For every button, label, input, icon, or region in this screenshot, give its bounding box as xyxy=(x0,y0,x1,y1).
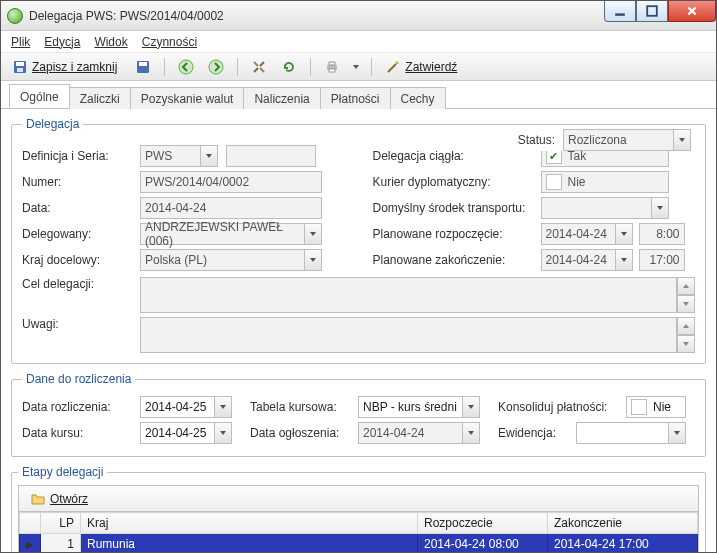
approve-button[interactable]: Zatwierdź xyxy=(380,56,466,78)
chevron-down-icon[interactable] xyxy=(462,396,480,418)
tab-platnosci[interactable]: Płatności xyxy=(320,87,391,109)
svg-rect-3 xyxy=(16,62,24,66)
col-lp[interactable]: LP xyxy=(41,513,81,534)
data-kursu-combo[interactable]: 2014-04-25 xyxy=(140,422,232,444)
plan-zak-date[interactable]: 2014-04-24 xyxy=(541,249,633,271)
group-dane-legend: Dane do rozliczenia xyxy=(22,372,135,386)
col-roz[interactable]: Rozpoczecie xyxy=(418,513,548,534)
uwagi-field[interactable] xyxy=(140,317,695,353)
scroll-down-icon[interactable] xyxy=(677,335,695,353)
chevron-down-icon[interactable] xyxy=(462,422,480,444)
plan-zak-time[interactable]: 17:00 xyxy=(639,249,685,271)
status-area: Status: Rozliczona xyxy=(514,129,695,151)
tab-cechy[interactable]: Cechy xyxy=(390,87,446,109)
print-dropdown[interactable] xyxy=(349,57,363,77)
nav-back-button[interactable] xyxy=(173,56,199,78)
refresh-icon xyxy=(281,59,297,75)
app-icon xyxy=(7,8,23,24)
checkbox-icon[interactable] xyxy=(631,399,647,415)
seria-field[interactable] xyxy=(226,145,316,167)
col-zak[interactable]: Zakonczenie xyxy=(548,513,698,534)
plan-roz-label: Planowane rozpoczęcie: xyxy=(373,227,533,241)
plan-roz-time[interactable]: 8:00 xyxy=(639,223,685,245)
close-button[interactable] xyxy=(668,1,716,22)
data-label: Data: xyxy=(22,201,132,215)
konsoliduj-field[interactable]: Nie xyxy=(626,396,686,418)
chevron-down-icon[interactable] xyxy=(200,145,218,167)
chevron-down-icon[interactable] xyxy=(673,129,691,151)
kurier-label: Kurier dyplomatyczny: xyxy=(373,175,533,189)
tab-naliczenia[interactable]: Naliczenia xyxy=(243,87,320,109)
svg-rect-0 xyxy=(615,13,625,15)
menu-plik[interactable]: Plik xyxy=(11,35,30,49)
group-delegacja-legend: Delegacja xyxy=(22,117,83,131)
ewidencja-combo[interactable] xyxy=(576,422,686,444)
svg-rect-6 xyxy=(139,62,147,66)
svg-rect-4 xyxy=(17,68,23,72)
ogloszenia-combo[interactable]: 2014-04-24 xyxy=(358,422,480,444)
chevron-down-icon[interactable] xyxy=(668,422,686,444)
table-row[interactable]: 1Rumunia2014-04-24 08:002014-04-24 17:00 xyxy=(20,534,698,553)
col-kraj[interactable]: Kraj xyxy=(81,513,418,534)
tabstrip: Ogólne Zaliczki Pozyskanie walut Nalicze… xyxy=(1,85,716,109)
chevron-down-icon[interactable] xyxy=(615,223,633,245)
definicja-label: Definicja i Seria: xyxy=(22,149,132,163)
checkbox-icon[interactable] xyxy=(546,174,562,190)
svg-rect-1 xyxy=(647,6,657,16)
chevron-down-icon[interactable] xyxy=(651,197,669,219)
app-window: Delegacja PWS: PWS/2014/04/0002 Plik Edy… xyxy=(0,0,717,553)
menubar: Plik Edycja Widok Czynności xyxy=(1,31,716,53)
tabela-label: Tabela kursowa: xyxy=(250,400,350,414)
save-and-close-button[interactable]: Zapisz i zamknij xyxy=(7,56,126,78)
scroll-down-icon[interactable] xyxy=(677,295,695,313)
tools-icon xyxy=(251,59,267,75)
srodek-combo[interactable] xyxy=(541,197,669,219)
chevron-down-icon[interactable] xyxy=(615,249,633,271)
chevron-down-icon[interactable] xyxy=(214,422,232,444)
numer-field[interactable]: PWS/2014/04/0002 xyxy=(140,171,322,193)
tools-button[interactable] xyxy=(246,56,272,78)
cel-label: Cel delegacji: xyxy=(22,277,132,291)
plan-roz-date[interactable]: 2014-04-24 xyxy=(541,223,633,245)
svg-rect-10 xyxy=(329,62,335,65)
kraj-label: Kraj docelowy: xyxy=(22,253,132,267)
definicja-combo[interactable]: PWS xyxy=(140,145,218,167)
delegowany-combo[interactable]: ANDRZEJEWSKI PAWEŁ (006) xyxy=(140,223,322,245)
data-kursu-label: Data kursu: xyxy=(22,426,132,440)
scroll-up-icon[interactable] xyxy=(677,277,695,295)
menu-edycja[interactable]: Edycja xyxy=(44,35,80,49)
chevron-down-icon[interactable] xyxy=(304,223,322,245)
tab-zaliczki[interactable]: Zaliczki xyxy=(69,87,131,109)
group-delegacja: Delegacja Status: Rozliczona Definicja i… xyxy=(11,117,706,364)
rowhandle-header xyxy=(20,513,41,534)
save-button[interactable] xyxy=(130,56,156,78)
minimize-button[interactable] xyxy=(604,1,636,22)
rowhandle[interactable] xyxy=(20,534,41,553)
cel-field[interactable] xyxy=(140,277,695,313)
status-combo[interactable]: Rozliczona xyxy=(563,129,691,151)
nav-forward-button[interactable] xyxy=(203,56,229,78)
arrow-back-icon xyxy=(178,59,194,75)
maximize-button[interactable] xyxy=(636,1,668,22)
tab-pozyskanie[interactable]: Pozyskanie walut xyxy=(130,87,245,109)
refresh-button[interactable] xyxy=(276,56,302,78)
cell-lp: 1 xyxy=(41,534,81,553)
kurier-check-field[interactable]: Nie xyxy=(541,171,669,193)
menu-czynnosci[interactable]: Czynności xyxy=(142,35,197,49)
kraj-combo[interactable]: Polska (PL) xyxy=(140,249,322,271)
arrow-forward-icon xyxy=(208,59,224,75)
open-row-button[interactable]: Otwórz xyxy=(25,488,93,510)
tab-content: Delegacja Status: Rozliczona Definicja i… xyxy=(1,109,716,552)
chevron-down-icon[interactable] xyxy=(214,396,232,418)
scroll-up-icon[interactable] xyxy=(677,317,695,335)
data-rozl-combo[interactable]: 2014-04-25 xyxy=(140,396,232,418)
numer-label: Numer: xyxy=(22,175,132,189)
menu-widok[interactable]: Widok xyxy=(94,35,127,49)
data-field[interactable]: 2014-04-24 xyxy=(140,197,322,219)
srodek-label: Domyślny środek transportu: xyxy=(373,201,533,215)
print-button[interactable] xyxy=(319,56,345,78)
data-rozl-label: Data rozliczenia: xyxy=(22,400,132,414)
chevron-down-icon[interactable] xyxy=(304,249,322,271)
tabela-combo[interactable]: NBP - kurs średni xyxy=(358,396,480,418)
tab-ogolne[interactable]: Ogólne xyxy=(9,84,70,108)
